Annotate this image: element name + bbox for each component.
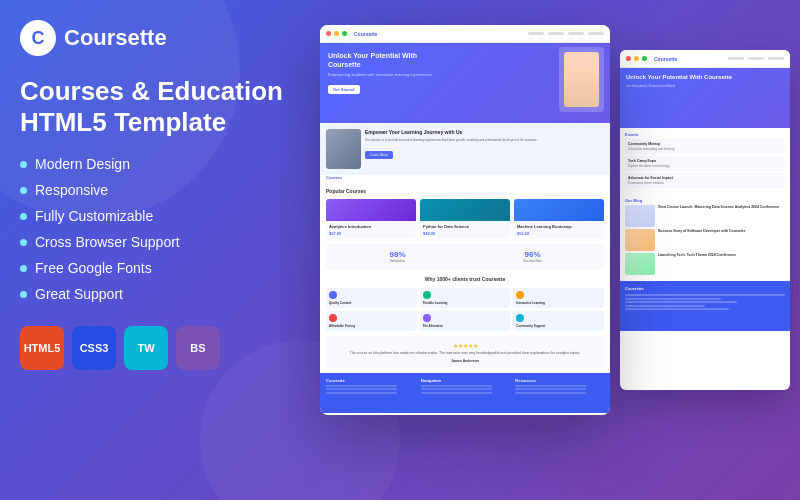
css3-badge: CSS3 [72,326,116,370]
nav-dot-yellow [334,31,339,36]
sc2-event-text-1: Join us for networking and learning [628,147,782,151]
screenshot-main: Coursette Unlock Your Potential With Cou… [320,25,610,415]
sc-stat-num-1: 98% [332,250,463,259]
sc2-footer-line-5 [625,308,729,310]
tech-badges: HTML5 CSS3 TW BS [20,326,310,370]
sc-card-title-1: Analytics Introduction [329,224,413,229]
sc2-event-name-2: Tech Camp Expo [628,159,782,163]
sc-footer-col-3: Resources [515,378,604,408]
sc-card-1: Analytics Introduction $37.00 [326,199,416,239]
sc-why-grid: Quality Content Flexible Learning Intera… [320,285,610,336]
sc2-events-title: Events [625,132,785,137]
bullet-icon [20,265,27,272]
sc-card-title-3: Machine Learning Bootcamp [517,224,601,229]
sc2-hero: Unlock Your Potential With Coursette Joi… [620,68,790,128]
sc-why-label-4: Affordable Pricing [329,324,414,328]
sc2-blog-text-2: Success Story of Software Developer with… [658,229,745,251]
sc-footer-title-1: Coursette [326,378,415,383]
sc-card-body-1: Analytics Introduction $37.00 [326,221,416,239]
bullet-icon [20,291,27,298]
feature-modern-design: Modern Design [20,156,310,172]
sc-why-icon-1 [329,291,337,299]
sc-courses-label: Courses [320,175,610,183]
sc-card-3: Machine Learning Bootcamp $55.50 [514,199,604,239]
sc-hero-subtitle: Empowering students with innovative lear… [328,72,438,77]
sc-card-body-2: Python for Data Science $49.00 [420,221,510,239]
sc-card-img-1 [326,199,416,221]
sc-card-2: Python for Data Science $49.00 [420,199,510,239]
sc-hero-person [564,52,599,107]
screenshot-secondary: Coursette Unlock Your Potential With Cou… [620,50,790,390]
sc-why-label-3: Interactive Learning [516,301,601,305]
sc2-footer-line-3 [625,301,737,303]
nav-link-1 [528,32,544,35]
sc-why-icon-6 [516,314,524,322]
sc2-footer-line-1 [625,294,785,296]
sc-card-price-3: $55.50 [517,231,601,236]
sc2-event-item-2: Tech Camp Expo Explore the latest in tec… [625,156,785,171]
feature-great-support: Great Support [20,286,310,302]
sc-footer-col-2: Navigation [421,378,510,408]
sc-why-icon-3 [516,291,524,299]
sc2-nav-dot-yellow [634,56,639,61]
sc-why-item-4: Affordable Pricing [326,311,417,331]
sc-empower-content: Empower Your Learning Journey with Us Ou… [365,129,604,160]
logo-text: Coursette [64,25,167,51]
html5-badge: HTML5 [20,326,64,370]
feature-responsive: Responsive [20,182,310,198]
sc-nav-logo: Coursette [354,31,377,37]
sc2-nav-dot-green [642,56,647,61]
sc-stat-num-2: 96% [467,250,598,259]
sc-why-item-5: File Allocation [420,311,511,331]
nav-dot-green [342,31,347,36]
sc2-blog-row-1: View Course Launch: Mastering Data Scien… [625,205,785,227]
features-list: Modern Design Responsive Fully Customiza… [20,156,310,302]
sc2-nav: Coursette [620,50,790,68]
sc2-blog-img-3 [625,253,655,275]
sc2-event-name-3: Advocate for Social Impact [628,176,782,180]
sc2-blog-img-2 [625,229,655,251]
sc-why-item-6: Community Support [513,311,604,331]
bootstrap-badge: BS [176,326,220,370]
sc-hero-img [559,47,604,112]
sc2-event-text-2: Explore the latest in technology [628,164,782,168]
sc-why-icon-4 [329,314,337,322]
sc-footer-col-1: Coursette [326,378,415,408]
sc-stat-label-2: Success Rate [467,259,598,263]
sc-hero-title: Unlock Your Potential With Coursette [328,51,448,69]
nav-link-3 [568,32,584,35]
sc-card-price-1: $37.00 [329,231,413,236]
feature-google-fonts: Free Google Fonts [20,260,310,276]
sc-courses-title: Popular Courses [320,183,610,196]
left-panel: C Coursette Courses & Education HTML5 Te… [20,20,310,370]
sc-footer: Coursette Navigation Resources [320,373,610,413]
sc2-blog-text-3: Launching Tech: Tech Theme 2024 Conferen… [658,253,736,275]
sc2-nav-logo: Coursette [654,56,677,62]
sc-why-item-3: Interactive Learning [513,288,604,308]
sc2-nav-link-2 [748,57,764,60]
sc2-blog-title: Our Blog [625,198,785,203]
sc-footer-title-3: Resources [515,378,604,383]
sc2-nav-links [728,57,784,60]
sc2-blog-bold-1: View Course Launch: Mastering Data Scien… [658,205,779,210]
sc-why-title: Why 1000+ clients trust Coursette [320,273,610,285]
sc2-nav-dot-red [626,56,631,61]
sc-footer-line-9 [515,392,586,394]
sc-cards-row: Analytics Introduction $37.00 Python for… [320,196,610,244]
sc-card-img-3 [514,199,604,221]
sc-why-label-6: Community Support [516,324,601,328]
sc-why-icon-5 [423,314,431,322]
sc-why-label-2: Flexible Learning [423,301,508,305]
bullet-icon [20,239,27,246]
sc-testimonial-text: The course on this platform has made me … [332,351,598,356]
sc-empower-img [326,129,361,169]
sc-footer-line-5 [421,388,492,390]
sc2-footer-brand: Coursette [625,286,785,291]
sc2-blog-img-1 [625,205,655,227]
sc-footer-line-6 [421,392,492,394]
sc-footer-line-7 [515,385,586,387]
sc-testimonial-author: James Anderson [332,359,598,363]
sc-card-body-3: Machine Learning Bootcamp $55.50 [514,221,604,239]
sc2-footer-line-2 [625,298,721,300]
sc-why-item-2: Flexible Learning [420,288,511,308]
